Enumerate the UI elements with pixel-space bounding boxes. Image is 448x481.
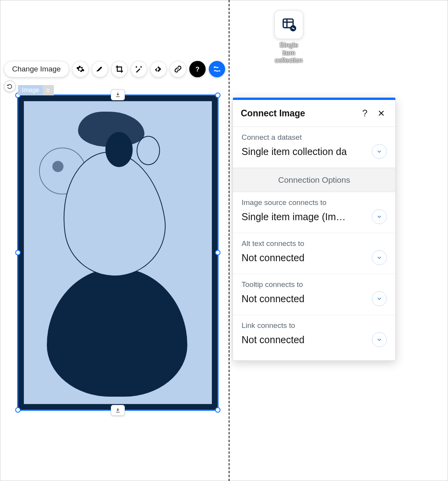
stretch-bottom-handle[interactable] [111, 405, 125, 416]
svg-point-6 [219, 70, 220, 72]
dataset-caption: Single item collection [273, 41, 304, 64]
link-button[interactable] [170, 61, 186, 77]
alt-text-label: Alt text connects to [242, 239, 387, 248]
undo-icon [7, 83, 13, 89]
link-icon [174, 65, 182, 73]
connect-data-button[interactable] [209, 61, 225, 77]
brush-icon [96, 65, 104, 73]
link-section: Link connects to Not connected [233, 315, 395, 360]
panel-help-button[interactable]: ? [359, 107, 371, 119]
tooltip-section: Tooltip connects to Not connected [233, 274, 395, 315]
svg-point-5 [213, 67, 215, 68]
section-divider [229, 0, 229, 481]
reset-button[interactable] [4, 80, 16, 92]
connection-options-header: Connection Options [233, 168, 395, 192]
image-source-label: Image source connects to [242, 198, 387, 207]
filters-button[interactable] [131, 61, 147, 77]
alt-text-chevron[interactable] [372, 250, 387, 265]
resize-handle-mr[interactable] [215, 250, 220, 255]
change-image-label: Change Image [12, 65, 61, 73]
dataset-chip[interactable]: Single item collection [273, 10, 304, 64]
resize-handle-bl[interactable] [15, 407, 21, 413]
change-image-button[interactable]: Change Image [4, 61, 69, 77]
panel-header: Connect Image ? [233, 100, 395, 127]
close-icon [377, 109, 385, 117]
alt-text-section: Alt text connects to Not connected [233, 233, 395, 274]
alt-text-select[interactable]: Not connected [242, 250, 387, 265]
gear-icon [76, 65, 85, 73]
dataset-value: Single item collection da [242, 146, 367, 157]
element-tag-label: Image [18, 85, 43, 95]
image-toolbar: Change Image ? [4, 61, 225, 77]
crop-icon [115, 65, 124, 73]
dataset-section: Connect a dataset Single item collection… [233, 127, 395, 168]
connect-image-panel: Connect Image ? Connect a dataset Single… [233, 98, 396, 361]
tooltip-value: Not connected [242, 293, 367, 305]
link-select[interactable]: Not connected [242, 332, 387, 347]
chevron-down-icon [376, 148, 382, 155]
element-tag[interactable]: Image [18, 85, 54, 95]
link-value: Not connected [242, 334, 367, 346]
image-source-select[interactable]: Single item image (Im… [242, 209, 387, 224]
data-connect-icon [213, 65, 221, 73]
resize-handle-tr[interactable] [215, 93, 220, 98]
chevron-down-icon [376, 337, 382, 343]
table-icon [281, 17, 296, 32]
svg-text:?: ? [196, 66, 199, 73]
panel-title: Connect Image [241, 108, 355, 119]
selected-image[interactable] [17, 94, 219, 411]
image-content [24, 101, 212, 404]
tooltip-chevron[interactable] [372, 291, 387, 306]
help-button[interactable]: ? [189, 61, 206, 77]
crop-button[interactable] [111, 61, 128, 77]
chevron-down-icon [376, 214, 382, 220]
tooltip-select[interactable]: Not connected [242, 291, 387, 306]
chevron-down-icon [376, 296, 382, 302]
resize-handle-ml[interactable] [15, 250, 21, 255]
panel-close-button[interactable] [375, 107, 388, 119]
stretch-top-handle[interactable] [111, 89, 125, 100]
download-icon [115, 92, 121, 98]
link-label: Link connects to [242, 321, 387, 330]
question-icon: ? [362, 108, 367, 119]
tooltip-label: Tooltip connects to [242, 280, 387, 289]
chevron-down-icon [376, 255, 382, 261]
magic-icon [135, 65, 143, 73]
link-chevron[interactable] [372, 332, 387, 347]
question-icon: ? [193, 65, 202, 73]
animation-icon [154, 65, 163, 73]
image-source-value: Single item image (Im… [242, 211, 367, 223]
design-button[interactable] [92, 61, 108, 77]
image-source-chevron[interactable] [372, 209, 387, 224]
dataset-tile[interactable] [274, 10, 303, 39]
settings-button[interactable] [72, 61, 89, 77]
animation-button[interactable] [150, 61, 167, 77]
dataset-chevron[interactable] [372, 144, 387, 159]
artwork-placeholder [27, 105, 208, 401]
resize-handle-br[interactable] [215, 407, 220, 413]
image-source-section: Image source connects to Single item ima… [233, 192, 395, 233]
alt-text-value: Not connected [242, 252, 367, 264]
dataset-select[interactable]: Single item collection da [242, 144, 387, 159]
download-icon [115, 407, 121, 413]
dataset-label: Connect a dataset [242, 133, 387, 142]
element-tag-data-icon [43, 85, 54, 95]
